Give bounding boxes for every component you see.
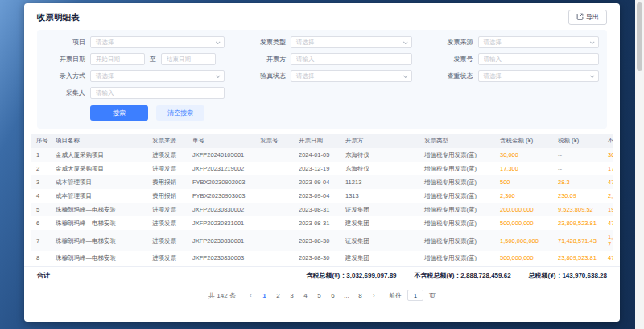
page-button-4[interactable]: 4 <box>300 290 311 301</box>
cell-amount-incl-tax: 500,000,000 <box>494 216 552 230</box>
collector-label: 采集人 <box>45 88 85 97</box>
cell-invoice-source: 进项发票 <box>147 148 187 162</box>
cell-invoice-no <box>254 148 293 162</box>
export-button[interactable]: 导出 <box>568 10 607 25</box>
filter-panel: 项目 请选择 发票类型 请选择 发票来源 请选择 <box>37 30 607 129</box>
verify-status-select[interactable]: 请选择 <box>291 70 412 82</box>
filter-field-collector: 采集人 <box>45 87 225 99</box>
table-row[interactable]: 1 金威大厦采购项目 进项发票 JXFP20240105001 2024-01-… <box>31 148 613 162</box>
cell-tax: -- <box>552 148 602 162</box>
chevron-down-icon <box>216 73 221 78</box>
page-title: 收票明细表 <box>37 12 80 23</box>
total-excl-tax: 不含税总额(¥)：2,888,728,459.62 <box>415 271 511 280</box>
cell-tax: 230.09 <box>552 189 602 203</box>
invoice-date-end-input[interactable] <box>161 53 216 65</box>
cell-invoice-type: 增值税专用发票(蓝) <box>419 203 494 216</box>
cell-order-no: JXFP20230831001 <box>187 216 254 230</box>
export-button-label: 导出 <box>586 13 599 22</box>
verify-status-select-placeholder: 请选择 <box>296 72 315 80</box>
page-ellipsis[interactable]: ... <box>341 290 352 301</box>
invoice-no-input[interactable] <box>478 53 600 65</box>
invoice-source-select[interactable]: 请选择 <box>478 36 600 48</box>
page-button-3[interactable]: 3 <box>287 290 297 301</box>
cell-index: 8 <box>31 251 50 265</box>
cell-order-no: JXFP20230830002 <box>187 203 254 216</box>
cell-project-name: 珠穆朗玛峰—电梯安装 <box>50 216 147 230</box>
invoice-type-select[interactable]: 请选择 <box>291 36 412 48</box>
project-select[interactable]: 请选择 <box>90 36 225 48</box>
cell-index: 4 <box>31 189 50 203</box>
cell-issuer: 证发集团 <box>340 203 419 216</box>
table-row[interactable]: 4 成本管理项目 费用报销 FYBX20230903003 2023-09-04… <box>31 189 613 203</box>
jump-label-suffix: 页 <box>429 291 436 300</box>
cell-amount-incl-tax: 500 <box>494 175 552 189</box>
chevron-down-icon <box>590 39 595 44</box>
search-button[interactable]: 搜索 <box>90 105 148 121</box>
invoice-date-start-input[interactable] <box>90 53 145 65</box>
page-button-6[interactable]: 6 <box>328 290 338 301</box>
scrollbar-thumb[interactable] <box>637 2 642 71</box>
entry-method-select[interactable]: 请选择 <box>90 70 225 82</box>
window-scrollbar[interactable] <box>635 0 644 329</box>
cell-tax: 23,809,523.81 <box>552 251 602 265</box>
prev-page-icon[interactable]: ‹ <box>246 290 256 301</box>
cell-issuer: 证发集团 <box>340 230 419 251</box>
cell-amount-incl-tax: 500,000,000 <box>494 251 552 265</box>
cell-issuer: 东海特仪 <box>340 148 419 162</box>
chevron-down-icon <box>402 73 407 78</box>
filter-field-project: 项目 请选择 <box>45 36 225 48</box>
clear-search-button[interactable]: 清空搜索 <box>156 105 204 121</box>
filter-field-invoice-date: 开票日期 至 <box>45 53 225 65</box>
next-page-icon[interactable]: › <box>369 290 379 301</box>
page-button-2[interactable]: 2 <box>273 290 283 301</box>
table-row[interactable]: 7 珠穆朗玛峰—电梯安装 进项发票 JXFP20230830001 2023-0… <box>31 230 613 251</box>
dup-check-label: 查重状态 <box>433 72 473 80</box>
table-row[interactable]: 3 成本管理项目 费用报销 FYBX20230902003 2023-09-04… <box>31 175 613 189</box>
cell-project-name: 金威大厦采购项目 <box>50 162 147 175</box>
cell-invoice-source: 进项发票 <box>147 203 187 216</box>
cell-invoice-source: 费用报销 <box>147 189 187 203</box>
table-row[interactable]: 2 金威大厦采购项目 进项发票 JXFP20231219002 2023-12-… <box>31 162 613 175</box>
cell-invoice-type: 增值税专用发票(蓝) <box>419 216 494 230</box>
column-header-invoice-no: 发票号 <box>254 134 293 148</box>
cell-project-name: 成本管理项目 <box>50 175 147 189</box>
pagination-total-count: 共 142 条 <box>208 291 236 300</box>
table-row[interactable]: 8 珠穆朗玛峰—电梯安装 进项发票 JXFP20230830003 2023-0… <box>31 251 613 265</box>
table-row[interactable]: 5 珠穆朗玛峰—电梯安装 进项发票 JXFP20230830002 2023-0… <box>31 203 613 216</box>
cell-invoice-no <box>254 162 293 175</box>
page-button-1[interactable]: 1 <box>259 290 270 301</box>
invoice-type-select-placeholder: 请选择 <box>296 39 315 47</box>
page-jump-input[interactable] <box>407 290 423 301</box>
project-select-placeholder: 请选择 <box>96 39 114 47</box>
dup-check-select[interactable]: 请选择 <box>478 70 600 82</box>
page-button-5[interactable]: 5 <box>314 290 324 301</box>
issuer-input[interactable] <box>291 53 412 65</box>
filter-actions: 搜索 清空搜索 <box>45 105 599 121</box>
invoice-no-label: 发票号 <box>433 55 473 64</box>
table-row[interactable]: 6 珠穆朗玛峰—电梯安装 进项发票 JXFP20230831001 2023-0… <box>31 216 613 230</box>
cell-order-no: FYBX20230903003 <box>187 189 254 203</box>
cell-amount-excl-tax: 476,190,476.19 <box>602 216 613 230</box>
filter-field-invoice-no: 发票号 <box>433 53 600 65</box>
total-tax: 总税额(¥)：143,970,638.28 <box>529 271 607 280</box>
column-header-invoice-type: 发票类型 <box>419 134 494 148</box>
cell-order-no: FYBX20230902003 <box>187 175 254 189</box>
cell-tax: -- <box>552 162 602 175</box>
cell-invoice-no <box>254 251 293 265</box>
cell-tax: 28.3 <box>552 175 602 189</box>
cell-invoice-type: 增值税专用发票(蓝) <box>419 148 494 162</box>
cell-invoice-type: 增值税专用发票(蓝) <box>419 230 494 251</box>
filter-field-verify-status: 验真状态 请选择 <box>246 70 412 82</box>
collector-input[interactable] <box>90 87 225 99</box>
cell-invoice-date: 2023-08-31 <box>293 216 340 230</box>
cell-tax: 9,523,809.52 <box>552 203 602 216</box>
cell-amount-excl-tax: 476,190,476.19 <box>602 251 613 265</box>
cell-invoice-date: 2023-08-30 <box>293 230 340 251</box>
invoice-date-label: 开票日期 <box>45 55 85 64</box>
cell-tax: 23,809,523.81 <box>552 216 602 230</box>
column-header-invoice-date: 开票日期 <box>293 134 340 148</box>
invoice-source-label: 发票来源 <box>433 38 473 47</box>
cell-invoice-no <box>254 203 293 216</box>
cell-invoice-date: 2023-09-04 <box>293 189 340 203</box>
page-button-8[interactable]: 8 <box>355 290 365 301</box>
